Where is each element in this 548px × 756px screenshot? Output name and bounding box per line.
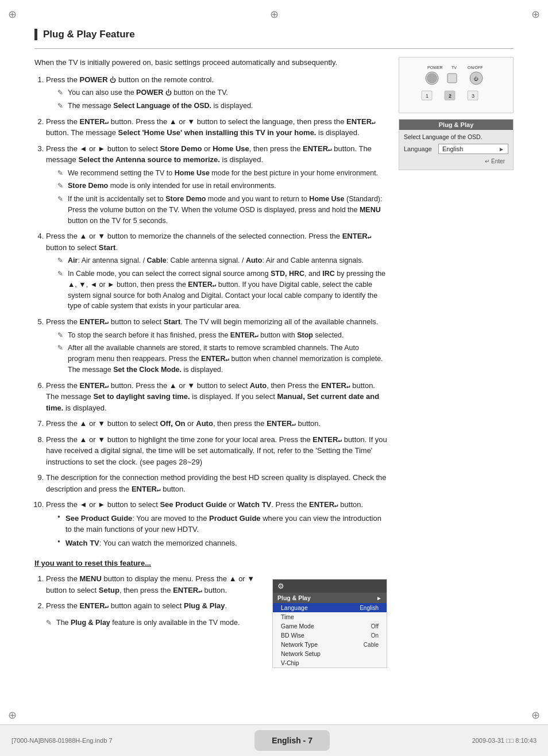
setup-menu-arrow-icon: ► bbox=[376, 595, 382, 601]
step-10-bullets: See Product Guide: You are moved to the … bbox=[46, 513, 387, 549]
svg-text:POWER: POWER bbox=[427, 66, 442, 70]
reset-section-title: If you want to reset this feature... bbox=[34, 559, 387, 567]
svg-point-4 bbox=[427, 74, 437, 83]
setup-icon: ⚙ bbox=[277, 582, 284, 590]
setup-menu-row-vchip: V-Chip bbox=[273, 658, 387, 667]
osd-box: Plug & Play Select Language of the OSD. … bbox=[399, 119, 514, 170]
step-10-bullet-2: Watch TV: You can watch the memorized ch… bbox=[57, 538, 387, 549]
remote-inner: POWER TV ON/OFF ⏻ 1 bbox=[404, 62, 508, 108]
main-steps-list: Press the POWER ⏻ button on the remote c… bbox=[34, 74, 387, 549]
step-1: Press the POWER ⏻ button on the remote c… bbox=[46, 74, 387, 112]
osd-enter-label: ↵ Enter bbox=[404, 156, 508, 166]
osd-arrow-right-icon: ► bbox=[499, 146, 504, 152]
bottom-bar: [7000-NA]BN68-01988H-Eng.indb 7 English … bbox=[0, 724, 548, 756]
top-crosshair-icon: ⊕ bbox=[270, 8, 279, 21]
osd-subtitle: Select Language of the OSD. bbox=[404, 133, 508, 140]
reset-note-1: The Plug & Play feature is only availabl… bbox=[46, 617, 261, 628]
reset-step-2: Press the ENTER↵ button again to select … bbox=[46, 600, 261, 612]
reset-step-1: Press the MENU button to display the men… bbox=[46, 573, 261, 596]
step-5-notes: To stop the search before it has finishe… bbox=[46, 330, 387, 375]
setup-menu-row-networktype: Network Type Cable bbox=[273, 640, 387, 649]
left-top-crosshair-icon: ⊕ bbox=[8, 8, 17, 21]
step-5: Press the ENTER↵ button to select Start.… bbox=[46, 316, 387, 375]
right-images-area: POWER TV ON/OFF ⏻ 1 bbox=[399, 57, 514, 668]
step-4-note-2: In Cable mode, you can select the correc… bbox=[57, 268, 387, 312]
step-4-notes: Air: Air antenna signal. / Cable: Cable … bbox=[46, 255, 387, 312]
step-10-bullet-1: See Product Guide: You are moved to the … bbox=[57, 513, 387, 535]
osd-language-value: English bbox=[442, 145, 463, 152]
reset-image-area: ⚙ Plug & Play ► Language English bbox=[272, 573, 387, 668]
step-3-note-2: Store Demo mode is only intended for use… bbox=[57, 181, 387, 191]
osd-language-label: Language bbox=[404, 145, 438, 152]
setup-menu-box: ⚙ Plug & Play ► Language English bbox=[272, 579, 387, 668]
tv-remote-box: POWER TV ON/OFF ⏻ 1 bbox=[399, 57, 514, 113]
step-3: Press the ◄ or ► button to select Store … bbox=[46, 143, 387, 227]
right-top-crosshair-icon: ⊕ bbox=[531, 8, 540, 21]
setup-menu-row-language: Language English bbox=[273, 603, 387, 612]
step-4-note-1: Air: Air antenna signal. / Cable: Cable … bbox=[57, 255, 387, 266]
osd-language-row: Language English ► bbox=[404, 144, 508, 154]
svg-text:1: 1 bbox=[426, 93, 429, 99]
step-5-note-1: To stop the search before it has finishe… bbox=[57, 330, 387, 341]
step-3-note-1: We recommend setting the TV to Home Use … bbox=[57, 168, 387, 179]
bottom-left-text: [7000-NA]BN68-01988H-Eng.indb 7 bbox=[11, 737, 113, 744]
svg-rect-5 bbox=[447, 74, 457, 83]
step-6: Press the ENTER↵ button. Press the ▲ or … bbox=[46, 380, 387, 414]
left-bottom-crosshair-icon: ⊕ bbox=[8, 709, 17, 722]
setup-menu-row-bdwise: BD Wise On bbox=[273, 631, 387, 640]
svg-text:⏻: ⏻ bbox=[473, 76, 478, 82]
section-divider bbox=[34, 48, 514, 49]
step-3-note-3: If the unit is accidentally set to Store… bbox=[57, 194, 387, 226]
step-10: Press the ◄ or ► button to select See Pr… bbox=[46, 499, 387, 548]
setup-menu-row-time: Time bbox=[273, 612, 387, 621]
reset-steps-list: Press the MENU button to display the men… bbox=[34, 573, 261, 612]
step-1-notes: You can also use the POWER ⏻ button on t… bbox=[46, 87, 387, 112]
step-1-note-2: The message Select Language of the OSD. … bbox=[57, 101, 387, 112]
page-wrapper: ⊕ ⊕ ⊕ ⊕ ⊕ Plug & Play Feature When the T… bbox=[0, 0, 548, 756]
section-title: Plug & Play Feature bbox=[34, 29, 514, 40]
reset-notes: The Plug & Play feature is only availabl… bbox=[34, 617, 261, 628]
setup-menu-row-gamemode: Game Mode Off bbox=[273, 621, 387, 631]
step-9: The description for the connection metho… bbox=[46, 472, 387, 494]
remote-svg: POWER TV ON/OFF ⏻ 1 bbox=[410, 62, 502, 108]
step-3-notes: We recommend setting the TV to Home Use … bbox=[46, 168, 387, 227]
setup-menu-header: Plug & Play ► bbox=[273, 593, 387, 603]
svg-text:2: 2 bbox=[449, 93, 451, 99]
content-area: When the TV is initially powered on, bas… bbox=[34, 57, 514, 668]
step-1-note-1: You can also use the POWER ⏻ button on t… bbox=[57, 87, 387, 98]
step-4: Press the ▲ or ▼ button to memorize the … bbox=[46, 231, 387, 312]
svg-text:3: 3 bbox=[472, 93, 474, 99]
step-8: Press the ▲ or ▼ button to highlight the… bbox=[46, 434, 387, 468]
setup-menu-header-label: Plug & Play bbox=[277, 594, 376, 601]
svg-text:TV: TV bbox=[451, 66, 457, 70]
bottom-right-text: 2009-03-31 □□ 8:10:43 bbox=[472, 737, 537, 744]
reset-section: Press the MENU button to display the men… bbox=[34, 573, 387, 668]
svg-text:ON/OFF: ON/OFF bbox=[468, 66, 483, 70]
osd-content: Select Language of the OSD. Language Eng… bbox=[399, 130, 513, 170]
step-2: Press the ENTER↵ button. Press the ▲ or … bbox=[46, 116, 387, 139]
step-7: Press the ▲ or ▼ button to select Off, O… bbox=[46, 418, 387, 429]
main-text-area: When the TV is initially powered on, bas… bbox=[34, 57, 387, 668]
bottom-center-page-indicator: English - 7 bbox=[254, 730, 330, 751]
right-bottom-crosshair-icon: ⊕ bbox=[531, 709, 540, 722]
osd-value-box: English ► bbox=[438, 144, 508, 154]
step-5-note-2: After all the available channels are sto… bbox=[57, 343, 387, 375]
reset-text-area: Press the MENU button to display the men… bbox=[34, 573, 261, 668]
intro-text: When the TV is initially powered on, bas… bbox=[34, 57, 387, 68]
setup-menu-row-networksetup: Network Setup bbox=[273, 649, 387, 658]
osd-title-bar: Plug & Play bbox=[399, 120, 513, 130]
